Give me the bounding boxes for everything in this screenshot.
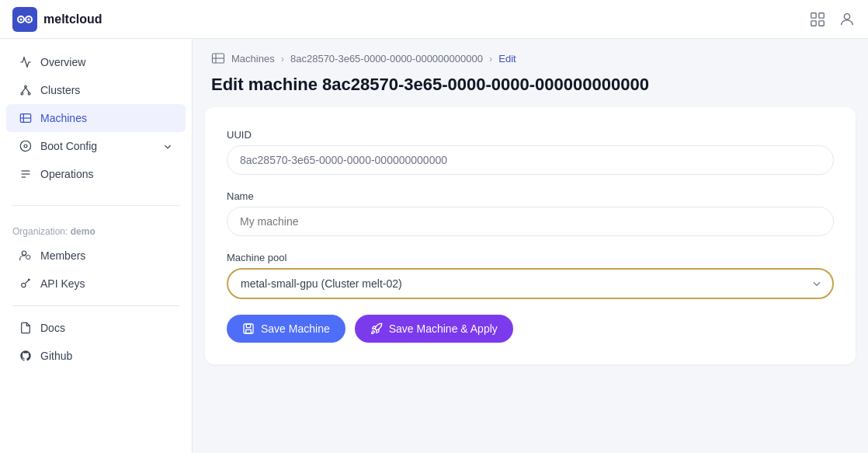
uuid-label: UUID [227, 129, 834, 141]
sidebar-divider-1 [12, 205, 179, 206]
name-field: Name [227, 190, 834, 236]
org-section: Organization: demo [0, 214, 192, 242]
sidebar-item-members-label: Members [40, 249, 85, 262]
save-machine-label: Save Machine [261, 322, 330, 335]
machine-pool-select-wrap: metal-small-gpu (Cluster melt-02) [227, 268, 834, 299]
sidebar-item-github[interactable]: Github [6, 342, 186, 370]
machine-pool-select[interactable]: metal-small-gpu (Cluster melt-02) [227, 268, 834, 299]
save-icon [242, 322, 255, 335]
machine-pool-field: Machine pool metal-small-gpu (Cluster me… [227, 252, 834, 299]
sidebar-item-docs[interactable]: Docs [6, 314, 186, 342]
machines-icon [19, 111, 33, 125]
uuid-input[interactable] [227, 145, 834, 175]
sidebar-item-boot-config[interactable]: Boot Config [6, 132, 186, 160]
operations-icon [19, 167, 33, 181]
main-content: Machines › 8ac28570-3e65-0000-0000-00000… [193, 39, 868, 453]
breadcrumb-edit-label: Edit [498, 53, 516, 64]
page-title-id: 8ac28570-3e65-0000-0000-000000000000 [322, 75, 649, 94]
breadcrumb-machines-icon [211, 51, 225, 65]
svg-rect-6 [811, 20, 816, 25]
svg-point-2 [20, 18, 23, 20]
rocket-icon [370, 322, 383, 335]
svg-point-22 [26, 255, 30, 259]
boot-config-icon [19, 139, 33, 153]
sidebar-item-overview-label: Overview [40, 56, 85, 68]
sidebar-item-operations[interactable]: Operations [6, 160, 186, 188]
svg-line-13 [26, 88, 30, 93]
chevron-down-icon [162, 140, 173, 152]
logo[interactable]: meltcloud [12, 7, 102, 32]
members-icon [19, 249, 33, 263]
sidebar-item-clusters[interactable]: Clusters [6, 76, 186, 104]
topbar-actions [809, 11, 856, 28]
grid-icon[interactable] [809, 11, 826, 28]
svg-point-8 [844, 13, 849, 19]
layout: Overview Clusters [0, 39, 868, 453]
svg-rect-29 [244, 324, 253, 333]
svg-line-12 [22, 88, 26, 93]
breadcrumb-machine-id-link[interactable]: 8ac28570-3e65-0000-0000-000000000000 [290, 53, 483, 64]
sidebar-item-operations-label: Operations [40, 168, 93, 180]
sidebar-item-machines-label: Machines [40, 112, 87, 124]
svg-rect-7 [819, 20, 824, 25]
breadcrumb: Machines › 8ac28570-3e65-0000-0000-00000… [193, 39, 868, 71]
sidebar-item-api-keys-label: API Keys [40, 277, 85, 290]
breadcrumb-sep-1: › [281, 53, 284, 64]
machine-pool-label: Machine pool [227, 252, 834, 263]
page-title-prefix: Edit machine [211, 75, 322, 94]
save-machine-button[interactable]: Save Machine [227, 315, 345, 343]
save-apply-label: Save Machine & Apply [389, 322, 498, 335]
logo-icon [12, 7, 37, 32]
name-input[interactable] [227, 207, 834, 236]
edit-form-card: UUID Name Machine pool metal-small-gpu (… [205, 107, 856, 364]
save-apply-button[interactable]: Save Machine & Apply [355, 315, 513, 343]
sidebar-item-members[interactable]: Members [6, 242, 186, 270]
sidebar-item-machines[interactable]: Machines [6, 104, 186, 132]
docs-icon [19, 321, 33, 335]
svg-point-3 [28, 18, 30, 20]
name-label: Name [227, 190, 834, 202]
overview-icon [19, 55, 33, 69]
topbar: meltcloud [0, 0, 868, 39]
sidebar-item-github-label: Github [40, 350, 72, 362]
svg-point-23 [22, 283, 26, 287]
sidebar-item-docs-label: Docs [40, 322, 65, 334]
svg-point-11 [28, 92, 30, 95]
svg-point-21 [22, 251, 26, 255]
uuid-field: UUID [227, 129, 834, 175]
sidebar-item-api-keys[interactable]: API Keys [6, 270, 186, 298]
sidebar-divider-2 [12, 305, 179, 306]
svg-rect-30 [246, 324, 250, 328]
svg-rect-31 [246, 329, 252, 333]
clusters-icon [19, 83, 33, 97]
svg-point-17 [24, 145, 27, 148]
svg-point-10 [21, 92, 23, 95]
logo-text: meltcloud [43, 12, 102, 26]
breadcrumb-machines-link[interactable]: Machines [231, 53, 275, 64]
org-name: demo [71, 226, 95, 237]
breadcrumb-sep-2: › [489, 53, 492, 64]
api-keys-icon [19, 277, 33, 291]
sidebar-item-boot-config-label: Boot Config [40, 140, 97, 152]
svg-point-9 [25, 85, 27, 88]
org-label: Organization: [12, 226, 68, 237]
page-title: Edit machine 8ac28570-3e65-0000-0000-000… [193, 71, 868, 107]
svg-rect-4 [811, 12, 816, 17]
sidebar-item-clusters-label: Clusters [40, 84, 80, 96]
form-actions: Save Machine Save Machine & Apply [227, 315, 834, 343]
svg-rect-5 [819, 12, 824, 17]
user-icon[interactable] [838, 11, 856, 28]
sidebar: Overview Clusters [0, 39, 193, 453]
github-icon [19, 349, 33, 363]
sidebar-item-overview[interactable]: Overview [6, 48, 186, 76]
